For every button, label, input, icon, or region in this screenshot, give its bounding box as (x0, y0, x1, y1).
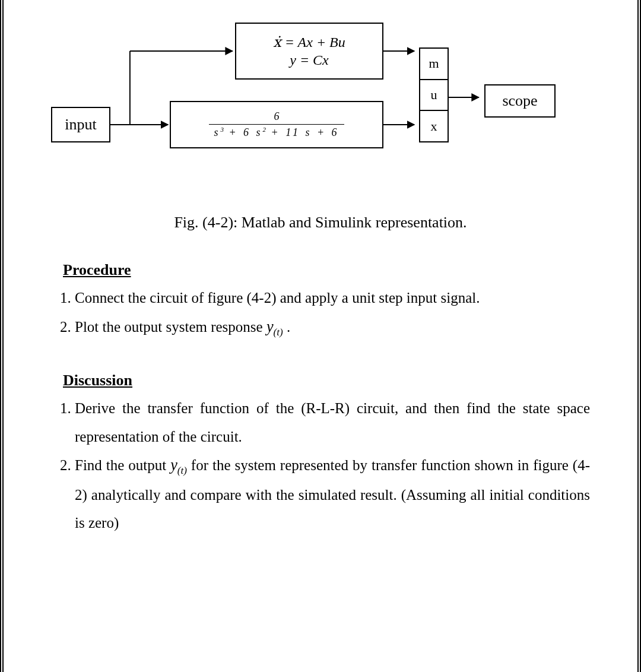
procedure-list: Connect the circuit of figure (4-2) and … (75, 284, 590, 342)
mux-block: m u x (419, 47, 449, 142)
state-space-eq1: ẋ = Ax + Bu (273, 33, 345, 51)
procedure-item: Connect the circuit of figure (4-2) and … (75, 284, 590, 312)
mux-label-1: u (420, 79, 448, 110)
input-block-label: input (65, 116, 96, 134)
mux-label-0: m (420, 49, 448, 79)
procedure-heading: Procedure (63, 261, 614, 279)
input-block: input (51, 107, 110, 142)
tf-denominator: s3 + 6 s2 + 11 s + 6 (209, 124, 344, 139)
mux-label-2: x (420, 110, 448, 141)
transfer-function-block: 6 s3 + 6 s2 + 11 s + 6 (170, 101, 383, 148)
state-space-eq2: y = Cx (290, 51, 329, 69)
simulink-diagram: input ẋ = Ax + Bu y = Cx 6 s3 + 6 s2 + … (27, 12, 614, 166)
scope-block-label: scope (502, 92, 537, 110)
discussion-item: Find the output y(t) for the system repr… (75, 451, 590, 537)
discussion-item: Derive the transfer function of the (R-L… (75, 394, 590, 451)
tf-numerator: 6 (269, 110, 284, 124)
page: input ẋ = Ax + Bu y = Cx 6 s3 + 6 s2 + … (0, 0, 641, 672)
scope-block: scope (484, 84, 556, 118)
discussion-list: Derive the transfer function of the (R-L… (75, 394, 590, 537)
figure-caption: Fig. (4-2): Matlab and Simulink represen… (27, 214, 614, 232)
discussion-heading: Discussion (63, 372, 614, 389)
state-space-block: ẋ = Ax + Bu y = Cx (235, 23, 383, 80)
procedure-item: Plot the output system response y(t) . (75, 312, 590, 343)
